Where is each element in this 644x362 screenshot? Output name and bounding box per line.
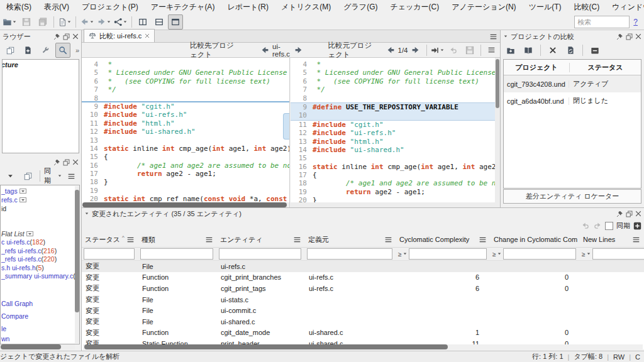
filter-operator-dropdown[interactable]: ≥ [582,251,591,258]
merge-button[interactable] [430,43,445,58]
search-input[interactable] [574,16,630,28]
column-menu-icon[interactable] [205,236,213,243]
filter-input[interactable] [140,248,213,260]
column-header[interactable]: 種類 [138,235,217,244]
history-forward-icon[interactable] [593,222,602,229]
info-horizontal-scrollbar[interactable] [1,344,75,349]
info-content[interactable]: _tagsrefs.cidFlat Listc ui-refs.c(182)_r… [0,185,80,344]
editor-horizontal-scrollbar[interactable] [82,202,289,207]
project-column-header[interactable]: プロジェクト [504,63,570,72]
filter-input[interactable] [409,248,487,260]
info-vertical-scrollbar[interactable] [75,186,79,343]
project-row[interactable]: cgit_793c4208.undアクティブ [504,75,641,92]
menu-item[interactable]: 比較(C) [568,1,606,14]
dropdown-chip-icon[interactable] [19,197,26,202]
entities-horizontal-scrollbar[interactable] [83,344,643,349]
browser-content[interactable]: cture [2,59,79,153]
info-entry-link[interactable]: c ui-refs.c(182) [1,238,79,247]
column-header[interactable]: Change in Cyclomatic Com [491,236,580,243]
undo-button[interactable] [446,43,461,58]
menu-item[interactable]: 表示(V) [38,1,75,14]
entity-row[interactable]: 変更Fileui-shared.c [82,316,644,327]
editor-destination[interactable]: 4 *5 * Licensed under GNU General Public… [82,58,290,207]
dropdown-chip-icon[interactable] [26,231,33,236]
prev-file-icon[interactable] [260,46,270,54]
info-entry-link[interactable]: _summary ui-summary.c(56) [1,272,79,281]
column-header[interactable]: ステータス^ [82,235,138,244]
copy-button[interactable] [3,43,18,58]
info-footer-link[interactable]: wn [1,335,79,343]
next-file-icon[interactable] [294,46,303,54]
menu-item[interactable]: グラフ(G) [337,1,384,14]
new-item-button[interactable] [20,43,35,58]
tab-close-icon[interactable] [145,33,150,38]
column-menu-icon[interactable] [293,236,301,243]
search-mode-button[interactable] [55,43,70,58]
status-column-header[interactable]: ステータス [570,63,641,72]
history-back-icon[interactable] [581,222,590,229]
menu-item[interactable]: アーキテクチャ(A) [145,1,221,14]
compare-menu-button[interactable] [484,43,499,58]
collapse-icon[interactable] [84,212,89,216]
filter-input[interactable] [503,248,577,260]
pin-icon[interactable] [616,33,623,40]
menu-item[interactable]: アノテーション(N) [445,1,522,14]
pin-icon[interactable] [616,211,623,217]
info-footer-link[interactable]: Compare [1,312,79,320]
column-menu-icon[interactable] [126,236,135,243]
tools-button[interactable] [38,43,53,58]
back-button[interactable] [79,14,95,30]
sync-dropdown[interactable]: 同期 [44,167,62,185]
collapse-all-button[interactable] [587,43,602,58]
collapse-icon[interactable] [503,35,508,38]
panel-menu-button[interactable] [64,168,79,184]
close-icon[interactable] [72,159,79,165]
save-all-button[interactable] [35,14,50,30]
info-link[interactable]: refs.c [1,195,79,204]
sync-checkbox[interactable] [605,222,613,230]
filter-input[interactable] [84,248,135,260]
column-menu-icon[interactable] [479,236,487,243]
prev-diff-icon[interactable] [386,46,396,54]
column-header[interactable]: New Lines [580,236,644,243]
save-button[interactable] [19,14,34,30]
menu-item[interactable]: ツール(T) [523,1,568,14]
pin-icon[interactable] [53,33,60,40]
entity-row[interactable]: 変更Functioncgit_print_tagsui-refs.c60 [82,283,644,294]
dropdown-chip-icon[interactable] [19,189,26,194]
info-link[interactable]: _tags [1,187,79,195]
help-link[interactable]: ? [633,18,638,26]
editor-menu-icon[interactable] [489,33,497,40]
column-header[interactable]: エンティティ [217,235,305,244]
info-footer-link[interactable]: Call Graph [1,300,79,307]
info-entry-link[interactable]: s.h ui-refs.h(5) [1,264,79,273]
editor-right-scroll-track[interactable] [291,202,495,207]
editor-source[interactable]: 4 *5 * Licensed under GNU General Public… [291,58,500,207]
info-link[interactable]: id [1,204,79,213]
column-menu-icon[interactable] [632,236,640,243]
float-view-button[interactable] [20,168,35,184]
next-diff-icon[interactable] [411,46,420,54]
graph-button[interactable] [113,14,128,30]
info-footer-link[interactable]: le [1,325,79,332]
column-header[interactable]: Cyclomatic Complexity [396,236,491,243]
add-column-icon[interactable] [633,222,641,230]
save-compare-button[interactable] [462,43,477,58]
pin-icon[interactable] [53,159,60,166]
filter-input[interactable] [219,248,301,260]
entity-row[interactable]: 変更Functioncgit_date_modeui-shared.c10 [82,327,644,339]
split-vertical-button[interactable] [135,14,150,30]
add-project-button[interactable] [503,43,518,58]
menu-item[interactable]: 検索(S) [0,1,38,14]
filter-operator-dropdown[interactable]: ≥ [398,251,408,258]
single-window-button[interactable] [168,14,183,30]
float-icon[interactable] [626,33,633,40]
toolbar-overflow-button[interactable]: » [75,47,79,54]
column-header[interactable]: 定義元 [305,235,396,244]
float-icon[interactable] [63,159,70,166]
reanalyze-button[interactable] [563,43,578,58]
info-entry-link[interactable]: _refs ui-refs.c(216) [1,247,79,256]
close-icon[interactable] [72,33,79,40]
forward-button[interactable] [96,14,112,30]
remove-project-button[interactable] [545,43,560,58]
